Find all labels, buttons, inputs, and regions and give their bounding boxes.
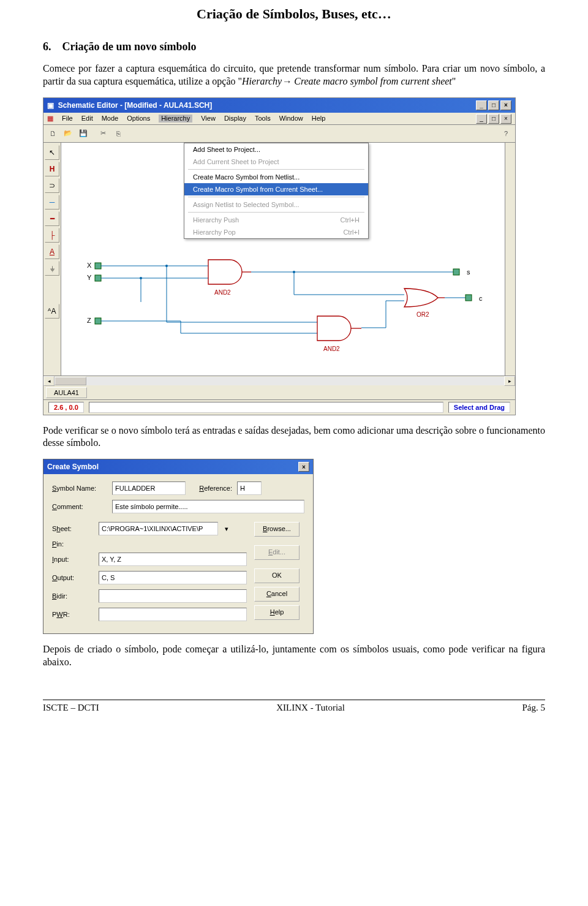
dialog-title: Create Symbol xyxy=(47,462,99,471)
tool-power-icon[interactable]: ⏚ xyxy=(45,261,59,276)
comment-input[interactable] xyxy=(112,500,304,513)
menu-file[interactable]: File xyxy=(62,115,73,123)
pin-s: s xyxy=(467,268,470,276)
output-pins-input[interactable] xyxy=(99,571,247,584)
bidir-label: Bidir: xyxy=(52,592,94,600)
svg-point-20 xyxy=(293,271,295,273)
cancel-button[interactable]: Cancel xyxy=(254,587,300,602)
tool-save-icon[interactable]: 💾 xyxy=(77,127,90,140)
menu-window[interactable]: Window xyxy=(279,115,303,123)
input-label: Input: xyxy=(52,556,94,563)
sheet-label: Sheet: xyxy=(52,525,94,532)
hierarchy-dropdown: Add Sheet to Project... Add Current Shee… xyxy=(184,143,369,239)
scroll-left-button[interactable]: ◂ xyxy=(43,376,55,386)
menu-options[interactable]: Options xyxy=(127,115,150,123)
close-button[interactable]: × xyxy=(500,100,511,110)
gate-and2-1: AND2 xyxy=(214,289,231,296)
menu-create-from-sheet[interactable]: Create Macro Symbol from Current Sheet..… xyxy=(184,183,368,195)
schematic-canvas[interactable]: Add Sheet to Project... Add Current Shee… xyxy=(61,143,515,376)
paragraph-2: Pode verificar se o novo símbolo terá as… xyxy=(43,425,545,450)
vertical-scrollbar[interactable] xyxy=(505,143,515,376)
menu-assign-netlist: Assign Netlist to Selected Symbol... xyxy=(184,198,368,211)
svg-rect-24 xyxy=(453,269,459,275)
menubar-icon: ▦ xyxy=(47,115,53,123)
tool-text-icon[interactable]: ᴬA xyxy=(45,304,59,319)
page-footer: ISCTE – DCTI XILINX - Tutorial Pág. 5 xyxy=(43,700,545,713)
output-label: Output: xyxy=(52,574,94,581)
footer-left: ISCTE – DCTI xyxy=(43,703,99,713)
tool-bus-icon[interactable]: ━ xyxy=(45,211,59,226)
svg-rect-2 xyxy=(95,318,101,324)
footer-right: Pág. 5 xyxy=(522,703,546,713)
help-button[interactable]: Help xyxy=(254,605,300,620)
tool-pointer-icon[interactable]: ↖ xyxy=(45,145,59,160)
tool-open-icon[interactable]: 📂 xyxy=(61,127,75,140)
footer-center: XILINX - Tutorial xyxy=(276,703,345,713)
input-pins-input[interactable] xyxy=(99,553,247,566)
menu-hierarchy-pop: Hierarchy PopCtrl+I xyxy=(184,226,368,238)
browse-button[interactable]: Browse... xyxy=(254,522,300,537)
symbol-name-label: Symbol Name: xyxy=(52,485,107,492)
pin-label: Pin: xyxy=(52,540,94,548)
edit-button: Edit... xyxy=(254,545,300,560)
menu-mode[interactable]: Mode xyxy=(102,115,119,123)
svg-rect-25 xyxy=(466,295,472,301)
menu-add-current-sheet: Add Current Sheet to Project xyxy=(184,156,368,168)
menu-hierarchy-push: Hierarchy PushCtrl+H xyxy=(184,214,368,226)
schematic-editor-window: ▣ Schematic Editor - [Modified - AULA41.… xyxy=(43,97,516,415)
toolbar: 🗋 📂 💾 ✂ ⎘ ? xyxy=(43,125,515,143)
svg-point-18 xyxy=(165,265,168,267)
doc-minimize-button[interactable]: _ xyxy=(476,114,487,124)
sheet-input[interactable] xyxy=(99,522,218,535)
pin-c: c xyxy=(479,295,483,302)
reference-input[interactable] xyxy=(237,481,262,495)
doc-close-button[interactable]: × xyxy=(500,114,511,124)
pwr-pins-input[interactable] xyxy=(99,608,247,621)
status-coordinates: 2.6 , 0.0 xyxy=(48,402,84,413)
maximize-button[interactable]: □ xyxy=(488,100,499,110)
pin-x: X xyxy=(87,262,92,269)
tool-label-icon[interactable]: A xyxy=(45,244,59,259)
app-icon: ▣ xyxy=(47,101,54,110)
tool-gate-icon[interactable]: ⊃ xyxy=(45,178,59,193)
menu-create-from-netlist[interactable]: Create Macro Symbol from Netlist... xyxy=(184,171,368,183)
tool-palette: ↖ H ⊃ ─ ━ ├ A ⏚ ᴬA xyxy=(43,143,61,376)
pin-y: Y xyxy=(87,274,92,281)
page-header: Criação de Símbolos, Buses, etc… xyxy=(43,6,545,22)
menu-help[interactable]: Help xyxy=(312,115,326,123)
tool-help-icon[interactable]: ? xyxy=(499,127,513,140)
tool-net-icon[interactable]: ├ xyxy=(45,228,59,243)
status-mode: Select and Drag xyxy=(448,402,510,413)
tool-wire-icon[interactable]: ─ xyxy=(45,195,59,210)
svg-point-19 xyxy=(140,277,142,279)
ok-button[interactable]: OK xyxy=(254,568,300,583)
menu-add-sheet[interactable]: Add Sheet to Project... xyxy=(184,143,368,156)
create-symbol-dialog: Create Symbol × Symbol Name: Reference: … xyxy=(43,459,314,634)
editor-titlebar: ▣ Schematic Editor - [Modified - AULA41.… xyxy=(43,98,515,113)
tool-hierarchy-icon[interactable]: H xyxy=(45,162,59,176)
comment-label: Comment: xyxy=(52,503,107,510)
sheet-tab[interactable]: AULA41 xyxy=(46,387,87,398)
menu-view[interactable]: View xyxy=(201,115,216,123)
bidir-pins-input[interactable] xyxy=(99,589,247,603)
section-title: 6. Criação de um novo símbolo xyxy=(43,40,545,53)
tool-copy-icon[interactable]: ⎘ xyxy=(111,127,125,140)
minimize-button[interactable]: _ xyxy=(476,100,487,110)
symbol-name-input[interactable] xyxy=(112,481,186,495)
tool-cut-icon[interactable]: ✂ xyxy=(96,127,110,140)
menu-hierarchy[interactable]: Hierarchy xyxy=(159,115,192,123)
menu-display[interactable]: Display xyxy=(224,115,246,123)
dialog-close-button[interactable]: × xyxy=(298,462,309,472)
svg-rect-1 xyxy=(95,275,101,281)
scroll-right-button[interactable]: ▸ xyxy=(504,376,515,386)
menu-tools[interactable]: Tools xyxy=(255,115,271,123)
svg-rect-0 xyxy=(95,263,101,269)
paragraph-3: Depois de criado o símbolo, pode começar… xyxy=(43,643,545,669)
scroll-track[interactable] xyxy=(55,377,504,385)
tool-new-icon[interactable]: 🗋 xyxy=(46,127,59,140)
gate-and2-2: AND2 xyxy=(323,345,340,352)
gate-or2: OR2 xyxy=(417,311,429,318)
paragraph-1: Comece por fazer a captura esquemática d… xyxy=(43,62,545,88)
menu-edit[interactable]: Edit xyxy=(81,115,93,123)
doc-maximize-button[interactable]: □ xyxy=(488,114,499,124)
